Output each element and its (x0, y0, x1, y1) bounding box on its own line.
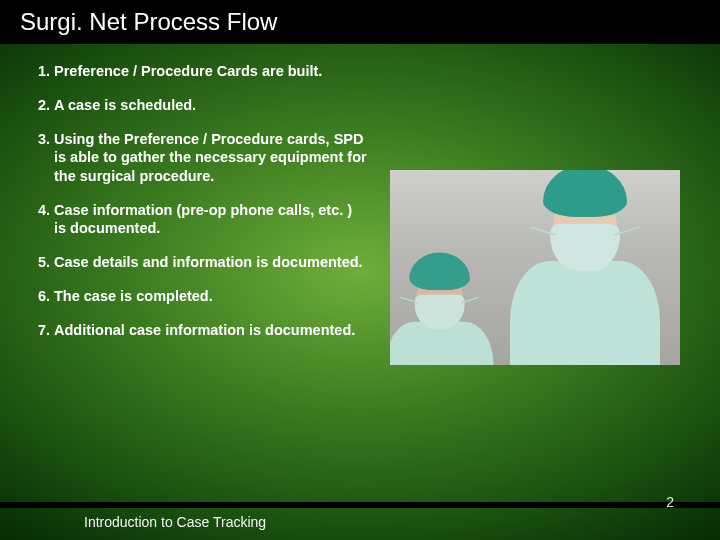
content-area: Preference / Procedure Cards are built. … (28, 62, 368, 355)
person-illustration (400, 253, 479, 365)
list-item: Additional case information is documente… (54, 321, 368, 339)
page-number: 2 (666, 494, 674, 510)
slide: Surgi. Net Process Flow Preference / Pro… (0, 0, 720, 540)
list-item: The case is completed. (54, 287, 368, 305)
list-item: Using the Preference / Procedure cards, … (54, 130, 368, 184)
photo-surgical-staff (390, 170, 680, 365)
list-item: Case details and information is document… (54, 253, 368, 271)
steps-list: Preference / Procedure Cards are built. … (28, 62, 368, 339)
slide-title: Surgi. Net Process Flow (20, 8, 277, 36)
list-item: Preference / Procedure Cards are built. (54, 62, 368, 80)
list-item: Case information (pre-op phone calls, et… (54, 201, 368, 237)
person-illustration (510, 170, 660, 365)
title-bar: Surgi. Net Process Flow (0, 0, 720, 44)
footer-caption: Introduction to Case Tracking (84, 514, 266, 530)
footer-divider (0, 502, 720, 508)
list-item: A case is scheduled. (54, 96, 368, 114)
